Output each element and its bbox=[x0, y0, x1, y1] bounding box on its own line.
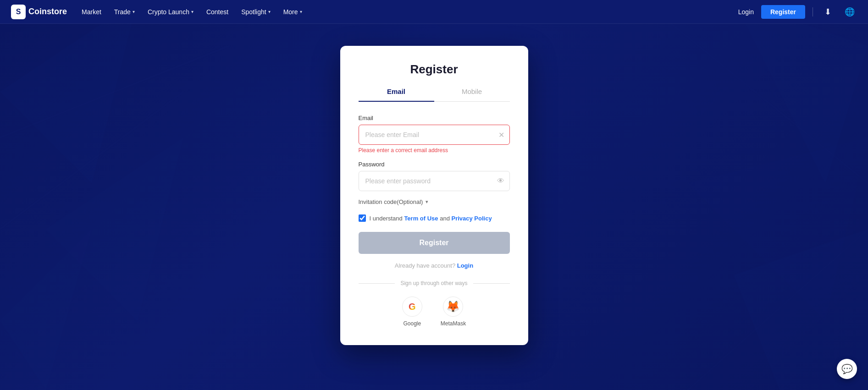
tab-email[interactable]: Email bbox=[359, 88, 434, 102]
navbar: S Coinstore Market Trade ▾ Crypto Launch… bbox=[0, 0, 868, 24]
terms-checkbox[interactable] bbox=[359, 214, 366, 222]
language-icon[interactable]: 🌐 bbox=[842, 5, 857, 19]
nav-spotlight[interactable]: Spotlight ▾ bbox=[241, 8, 270, 16]
main-content: Register Email Mobile Email ✕ Please ent… bbox=[0, 24, 868, 345]
login-button[interactable]: Login bbox=[738, 8, 754, 16]
terms-checkbox-row: I understand Term of Use and Privacy Pol… bbox=[359, 214, 510, 222]
email-form-group: Email ✕ Please enter a correct email add… bbox=[359, 115, 510, 154]
metamask-icon: 🦊 bbox=[446, 300, 460, 313]
invitation-chevron-icon: ▾ bbox=[426, 199, 428, 205]
social-divider: Sign up through other ways bbox=[359, 280, 510, 286]
tab-mobile[interactable]: Mobile bbox=[434, 88, 510, 102]
password-label: Password bbox=[359, 161, 510, 168]
divider-text: Sign up through other ways bbox=[400, 280, 467, 286]
register-nav-button[interactable]: Register bbox=[761, 5, 805, 19]
trade-chevron-icon: ▾ bbox=[133, 9, 135, 14]
google-icon-circle: G bbox=[402, 297, 422, 317]
email-clear-icon[interactable]: ✕ bbox=[498, 131, 504, 139]
nav-trade[interactable]: Trade ▾ bbox=[114, 8, 135, 16]
google-signup-button[interactable]: G Google bbox=[402, 297, 422, 327]
email-error-message: Please enter a correct email address bbox=[359, 147, 510, 154]
password-input-wrapper: 👁 bbox=[359, 171, 510, 191]
more-chevron-icon: ▾ bbox=[300, 9, 302, 14]
terms-of-use-link[interactable]: Term of Use bbox=[404, 215, 438, 222]
chat-icon: 💬 bbox=[841, 363, 853, 374]
email-label: Email bbox=[359, 115, 510, 121]
logo[interactable]: S Coinstore bbox=[11, 5, 67, 19]
divider-line-left bbox=[359, 283, 395, 284]
crypto-launch-chevron-icon: ▾ bbox=[191, 9, 194, 14]
brand-name: Coinstore bbox=[28, 7, 67, 16]
nav-more[interactable]: More ▾ bbox=[283, 8, 302, 16]
privacy-policy-link[interactable]: Privacy Policy bbox=[451, 215, 492, 222]
metamask-signup-button[interactable]: 🦊 MetaMask bbox=[441, 297, 466, 327]
nav-contest[interactable]: Contest bbox=[206, 8, 228, 16]
checkbox-label-text: I understand Term of Use and Privacy Pol… bbox=[370, 215, 492, 222]
spotlight-chevron-icon: ▾ bbox=[268, 9, 271, 14]
email-input-wrapper: ✕ bbox=[359, 125, 510, 145]
invitation-code-toggle[interactable]: Invitation code(Optional) ▾ bbox=[359, 198, 510, 205]
password-input[interactable] bbox=[359, 171, 510, 191]
nav-right: Login Register ⬇ 🌐 bbox=[738, 5, 857, 19]
social-buttons: G Google 🦊 MetaMask bbox=[359, 297, 510, 327]
register-card: Register Email Mobile Email ✕ Please ent… bbox=[340, 46, 528, 345]
login-link[interactable]: Login bbox=[457, 262, 473, 269]
register-submit-button[interactable]: Register bbox=[359, 232, 510, 254]
nav-divider bbox=[813, 7, 813, 16]
password-form-group: Password 👁 bbox=[359, 161, 510, 191]
nav-market[interactable]: Market bbox=[82, 8, 101, 16]
google-label: Google bbox=[403, 320, 421, 327]
metamask-label: MetaMask bbox=[441, 320, 466, 327]
card-title: Register bbox=[359, 62, 510, 77]
divider-line-right bbox=[473, 283, 510, 284]
invitation-code-label: Invitation code(Optional) bbox=[359, 198, 423, 205]
metamask-icon-circle: 🦊 bbox=[443, 297, 463, 317]
nav-crypto-launch[interactable]: Crypto Launch ▾ bbox=[148, 8, 194, 16]
password-toggle-icon[interactable]: 👁 bbox=[497, 177, 504, 185]
tabs: Email Mobile bbox=[359, 88, 510, 102]
email-input[interactable] bbox=[359, 125, 510, 145]
logo-icon: S bbox=[11, 5, 26, 19]
download-icon[interactable]: ⬇ bbox=[820, 5, 835, 19]
google-icon: G bbox=[409, 302, 416, 312]
nav-links: Market Trade ▾ Crypto Launch ▾ Contest S… bbox=[82, 8, 738, 16]
already-account-row: Already have account? Login bbox=[359, 262, 510, 269]
chat-bubble-button[interactable]: 💬 bbox=[837, 359, 857, 379]
